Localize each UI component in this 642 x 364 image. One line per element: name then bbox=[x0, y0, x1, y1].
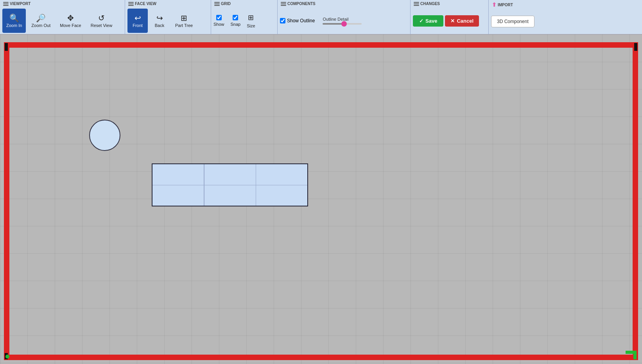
green-dot-bl bbox=[5, 355, 9, 359]
3d-component-label: 3D Component bbox=[497, 19, 529, 24]
changes-section: CHANGES ✓ Save ✕ Cancel bbox=[411, 0, 489, 34]
red-border-bottom bbox=[4, 355, 638, 360]
zoom-out-icon: 🔍 bbox=[36, 14, 46, 22]
face-view-header: FACE VIEW bbox=[128, 2, 156, 6]
grid-show-checkbox[interactable] bbox=[216, 15, 222, 20]
circle-shape[interactable] bbox=[89, 120, 120, 151]
front-label: Front bbox=[133, 23, 143, 28]
save-check-icon: ✓ bbox=[419, 18, 423, 24]
outline-detail-container: Outline Detail bbox=[323, 17, 362, 25]
red-border-top bbox=[4, 42, 638, 48]
grid-background bbox=[0, 34, 642, 364]
red-border-left bbox=[4, 42, 9, 360]
grid-show-label: Show bbox=[213, 22, 224, 27]
grid-size-item: ⊞ Size bbox=[247, 13, 255, 28]
front-icon: ↩ bbox=[134, 14, 141, 22]
viewport-section: VIEWPORT 🔍 Zoom In 🔍 Zoom Out ✥ Move Fac… bbox=[0, 0, 125, 34]
3d-component-button[interactable]: 3D Component bbox=[491, 16, 534, 27]
cancel-x-icon: ✕ bbox=[450, 18, 455, 24]
corner-marker-tr bbox=[634, 43, 637, 51]
back-button[interactable]: ↪ Back bbox=[149, 9, 170, 33]
zoom-out-label: Zoom Out bbox=[31, 23, 50, 28]
viewport-buttons: 🔍 Zoom In 🔍 Zoom Out ✥ Move Face ↺ Reset… bbox=[2, 9, 116, 33]
outline-detail-slider[interactable] bbox=[323, 23, 362, 25]
components-section: COMPONENTS Show Outline Outline Detail bbox=[278, 0, 411, 34]
save-label: Save bbox=[425, 18, 437, 24]
cancel-label: Cancel bbox=[457, 18, 473, 24]
grid-snap-item: Snap bbox=[231, 15, 241, 27]
grid-snap-row bbox=[233, 15, 238, 20]
grid-buttons: Show Snap ⊞ Size bbox=[213, 13, 255, 28]
changes-menu-icon bbox=[414, 2, 419, 6]
zoom-in-icon: 🔍 bbox=[9, 14, 19, 22]
show-outline-row: Show Outline bbox=[280, 18, 315, 23]
rect-vline2 bbox=[256, 164, 256, 206]
zoom-in-label: Zoom In bbox=[6, 23, 22, 28]
changes-header: CHANGES bbox=[414, 2, 440, 6]
reset-view-label: Reset View bbox=[91, 23, 112, 28]
grid-show-item: Show bbox=[213, 15, 224, 27]
face-view-section: FACE VIEW ↩ Front ↪ Back ⊞ Part Tree bbox=[125, 0, 211, 34]
move-face-button[interactable]: ✥ Move Face bbox=[56, 9, 85, 33]
viewport-label: VIEWPORT bbox=[10, 2, 30, 6]
grid-header: GRID bbox=[214, 2, 231, 6]
corner-marker-br-v bbox=[633, 351, 637, 359]
save-button[interactable]: ✓ Save bbox=[413, 15, 443, 27]
zoom-out-button[interactable]: 🔍 Zoom Out bbox=[27, 9, 54, 33]
viewport-menu-icon bbox=[3, 2, 9, 6]
viewport-canvas[interactable] bbox=[0, 34, 642, 364]
viewport-header: VIEWPORT bbox=[3, 2, 30, 6]
face-view-menu-icon bbox=[128, 2, 134, 6]
back-icon: ↪ bbox=[156, 14, 163, 22]
components-menu-icon bbox=[281, 2, 286, 6]
show-outline-label: Show Outline bbox=[287, 18, 315, 23]
move-face-icon: ✥ bbox=[67, 14, 74, 22]
face-view-buttons: ↩ Front ↪ Back ⊞ Part Tree bbox=[127, 9, 197, 33]
corner-marker-br-h bbox=[626, 351, 633, 354]
grid-section: GRID Show Snap ⊞ Size bbox=[211, 0, 278, 34]
import-arrow-icon: ⬆ bbox=[492, 2, 497, 8]
part-tree-label: Part Tree bbox=[175, 23, 193, 28]
import-label: IMPORT bbox=[498, 3, 513, 7]
grid-label: GRID bbox=[221, 2, 231, 6]
rectangle-shape[interactable] bbox=[152, 163, 308, 206]
grid-size-icon: ⊞ bbox=[248, 13, 254, 22]
components-label: COMPONENTS bbox=[287, 2, 316, 6]
import-section: ⬆ IMPORT 3D Component bbox=[489, 0, 551, 34]
back-label: Back bbox=[155, 23, 164, 28]
changes-label: CHANGES bbox=[420, 2, 440, 6]
grid-snap-label: Snap bbox=[231, 22, 241, 27]
front-button[interactable]: ↩ Front bbox=[127, 9, 148, 33]
rect-vline1 bbox=[204, 164, 204, 206]
corner-marker-tl bbox=[5, 43, 8, 51]
grid-menu-icon bbox=[214, 2, 220, 6]
show-outline-checkbox[interactable] bbox=[280, 18, 285, 23]
grid-size-label: Size bbox=[247, 23, 255, 28]
face-view-label: FACE VIEW bbox=[135, 2, 156, 6]
import-buttons: 3D Component bbox=[491, 14, 534, 27]
cancel-button[interactable]: ✕ Cancel bbox=[445, 15, 479, 27]
red-border-right bbox=[633, 42, 638, 360]
reset-view-button[interactable]: ↺ Reset View bbox=[87, 9, 116, 33]
rect-hline1 bbox=[152, 185, 307, 185]
reset-view-icon: ↺ bbox=[98, 14, 105, 22]
part-tree-button[interactable]: ⊞ Part Tree bbox=[171, 9, 197, 33]
import-header: ⬆ IMPORT bbox=[492, 2, 513, 8]
changes-buttons: ✓ Save ✕ Cancel bbox=[413, 15, 479, 27]
components-header: COMPONENTS bbox=[281, 2, 316, 6]
grid-snap-checkbox[interactable] bbox=[233, 15, 238, 20]
move-face-label: Move Face bbox=[60, 23, 81, 28]
part-tree-icon: ⊞ bbox=[181, 14, 187, 22]
toolbar: VIEWPORT 🔍 Zoom In 🔍 Zoom Out ✥ Move Fac… bbox=[0, 0, 642, 34]
grid-show-row bbox=[216, 15, 222, 20]
zoom-in-button[interactable]: 🔍 Zoom In bbox=[2, 9, 26, 33]
components-controls: Show Outline Outline Detail bbox=[280, 17, 362, 25]
